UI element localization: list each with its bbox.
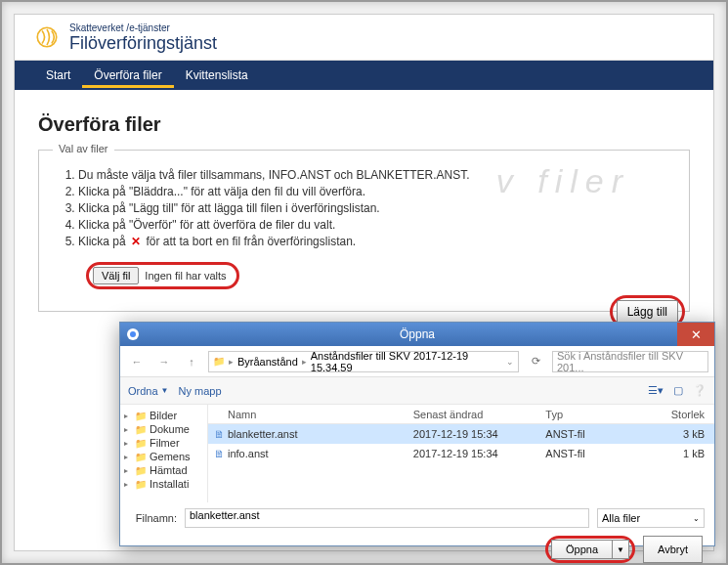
new-folder-button[interactable]: Ny mapp (179, 385, 222, 397)
nav-bar: Start Överföra filer Kvittenslista (15, 61, 713, 90)
breadcrumb-1[interactable]: Byråanstånd (237, 356, 298, 368)
nav-start[interactable]: Start (34, 63, 82, 88)
close-button[interactable]: ✕ (677, 323, 714, 346)
filename-label: Filnamn: (130, 512, 177, 524)
add-button[interactable]: Lägg till (617, 300, 678, 324)
tree-hamtad[interactable]: ▸📁Hämtad (122, 463, 205, 477)
open-button-highlight: Öppna ▼ (545, 536, 635, 563)
instruction-1: Du måste välja två filer tillsammans, IN… (78, 168, 667, 182)
tree-install[interactable]: ▸📁Installati (122, 477, 205, 491)
no-file-text: Ingen fil har valts (139, 270, 226, 282)
file-row[interactable]: 🗎 blanketter.anst 2017-12-19 15:34 ANST-… (208, 424, 714, 444)
preview-pane-button[interactable]: ▢ (673, 384, 683, 397)
col-size[interactable]: Storlek (638, 409, 714, 420)
header-title: Filöverföringstjänst (69, 33, 217, 54)
dialog-footer: Filnamn: blanketter.anst Alla filer⌄ Öpp… (120, 502, 714, 547)
content-area: Överföra filer Val av filer v filer Du m… (15, 90, 713, 335)
tree-gemensam[interactable]: ▸📁Gemens (122, 450, 205, 463)
col-date[interactable]: Senast ändrad (413, 409, 546, 420)
chrome-icon (126, 327, 140, 341)
dialog-body: ▸📁Bilder ▸📁Dokume ▸📁Filmer ▸📁Gemens ▸📁Hä… (120, 405, 714, 502)
nav-receipts[interactable]: Kvittenslista (174, 63, 260, 88)
file-list: Namn Senast ändrad Typ Storlek 🗎 blanket… (208, 405, 714, 502)
breadcrumb[interactable]: 📁 ▸ Byråanstånd ▸ Anståndsfiler till SKV… (208, 351, 519, 372)
instructions-list: Du måste välja två filer tillsammans, IN… (78, 168, 667, 248)
fieldset-legend: Val av filer (53, 143, 114, 154)
breadcrumb-dropdown-icon[interactable]: ⌄ (506, 357, 514, 367)
delete-x-icon: ✕ (129, 235, 143, 248)
folder-tree: ▸📁Bilder ▸📁Dokume ▸📁Filmer ▸📁Gemens ▸📁Hä… (120, 405, 208, 502)
file-type-filter[interactable]: Alla filer⌄ (597, 508, 705, 528)
dialog-nav: ← → ↑ 📁 ▸ Byråanstånd ▸ Anståndsfiler ti… (120, 346, 714, 377)
col-name[interactable]: Namn (208, 409, 413, 420)
refresh-button[interactable]: ⟳ (525, 351, 546, 372)
search-input[interactable]: Sök i Anståndsfiler till SKV 201... (552, 351, 708, 372)
instruction-2: Klicka på "Bläddra..." för att välja den… (78, 185, 667, 198)
filename-input[interactable]: blanketter.anst (185, 508, 589, 528)
dialog-titlebar[interactable]: Öppna ✕ (120, 323, 714, 346)
skatteverket-logo-icon (34, 24, 60, 53)
file-chooser-highlight: Välj fil Ingen fil har valts (86, 262, 239, 289)
instruction-3: Klicka på "Lägg till" för att lägga till… (78, 201, 667, 215)
file-list-header: Namn Senast ändrad Typ Storlek (208, 405, 714, 424)
breadcrumb-2[interactable]: Anståndsfiler till SKV 2017-12-19 15.34.… (311, 350, 498, 373)
file-icon: 🗎 (208, 428, 228, 440)
svg-point-2 (130, 331, 136, 337)
dialog-title: Öppna (400, 327, 435, 341)
file-open-dialog: Öppna ✕ ← → ↑ 📁 ▸ Byråanstånd ▸ Anstånds… (119, 322, 715, 546)
folder-icon: 📁 (213, 356, 225, 367)
header-subtitle: Skatteverket /e-tjänster (69, 22, 217, 33)
tree-dokument[interactable]: ▸📁Dokume (122, 422, 205, 436)
tree-filmer[interactable]: ▸📁Filmer (122, 436, 205, 450)
file-row[interactable]: 🗎 info.anst 2017-12-19 15:34 ANST-fil 1 … (208, 444, 714, 463)
organize-button[interactable]: Ordna▼ (128, 385, 169, 397)
open-dropdown-icon[interactable]: ▼ (613, 540, 629, 559)
dialog-toolbar: Ordna▼ Ny mapp ☰▾ ▢ ❔ (120, 377, 714, 405)
instruction-5: Klicka på ✕ för att ta bort en fil från … (78, 235, 667, 248)
nav-transfer[interactable]: Överföra filer (82, 63, 173, 88)
col-type[interactable]: Typ (545, 409, 638, 420)
view-options-button[interactable]: ☰▾ (648, 384, 664, 397)
back-button[interactable]: ← (126, 351, 148, 372)
page-title: Överföra filer (38, 113, 690, 136)
file-icon: 🗎 (208, 448, 228, 459)
help-button[interactable]: ❔ (693, 384, 707, 397)
file-selection-fieldset: Val av filer v filer Du måste välja två … (38, 150, 690, 312)
up-button[interactable]: ↑ (181, 351, 202, 372)
cancel-button[interactable]: Avbryt (643, 536, 703, 563)
tree-bilder[interactable]: ▸📁Bilder (122, 409, 205, 422)
app-header: Skatteverket /e-tjänster Filöverföringst… (15, 15, 713, 61)
open-button[interactable]: Öppna ▼ (551, 540, 629, 559)
instruction-4: Klicka på "Överför" för att överföra de … (78, 218, 667, 232)
forward-button[interactable]: → (153, 351, 175, 372)
choose-file-button[interactable]: Välj fil (93, 267, 139, 284)
